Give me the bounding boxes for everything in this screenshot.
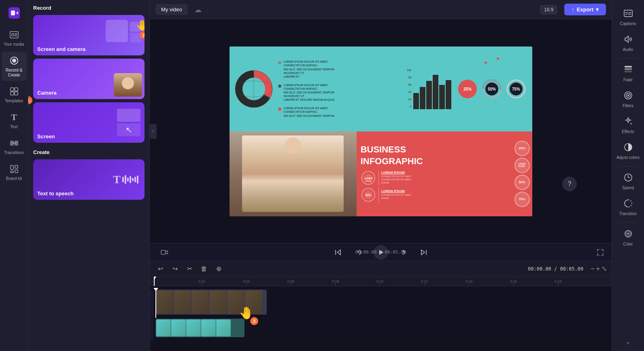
camera-card[interactable]: Camera [33, 59, 145, 99]
right-panel-scroll-down[interactable]: ▾ [627, 340, 629, 346]
transitions-icon [9, 137, 20, 149]
svg-point-4 [12, 34, 14, 36]
divider-3 [618, 222, 638, 223]
vid-thumb-3 [192, 290, 209, 314]
fade-label: Fade [623, 78, 633, 82]
lorem-label-underline-2: LOREM IPSUM/ CONSECTETUR SIT AMETIPSUM [381, 189, 508, 200]
playhead-triangle [154, 277, 156, 280]
sidebar-item-brand-kit[interactable]: Brand kit [2, 160, 27, 184]
svg-rect-16 [11, 165, 13, 169]
redo-button[interactable]: ↪ [169, 263, 181, 275]
vid-thumb-5 [227, 290, 244, 314]
fullscreen-button[interactable] [594, 246, 607, 259]
filters-tool[interactable]: Filters [614, 87, 643, 112]
video-clip[interactable] [155, 290, 267, 315]
screen-and-camera-card[interactable]: Screen and camera 🤚 2 [33, 15, 145, 55]
ruler-tick-14 [469, 283, 469, 286]
timeline-ruler: 0:02 0:04 0:06 0:08 0:10 [150, 277, 612, 286]
cloud-save-icon[interactable]: ☁ [194, 5, 202, 14]
logo-icon[interactable] [2, 4, 27, 22]
record-cards-grid: Screen and camera 🤚 2 Camera ↖ Screen [33, 15, 145, 143]
speed-tool[interactable]: Speed [614, 169, 643, 194]
svg-rect-18 [15, 170, 18, 173]
vid-thumb-1 [156, 290, 173, 314]
audio-label: Audio [623, 47, 633, 52]
screen-card[interactable]: ↖ Screen [33, 102, 145, 143]
sidebar-item-text[interactable]: T Text [2, 108, 27, 133]
ruler-label-18: 0:18 [555, 279, 562, 283]
effects-icon [624, 117, 633, 128]
zoom-in-button[interactable]: + [596, 265, 600, 273]
svg-rect-52 [625, 68, 632, 70]
help-button[interactable]: ? [562, 177, 577, 191]
info-thumb-1 [156, 319, 171, 336]
audio-tool[interactable]: Audio [614, 31, 643, 56]
playback-controls: 00:00.00 / 00:05.00 [150, 243, 612, 261]
zoom-out-button[interactable]: − [591, 265, 594, 273]
head [285, 137, 301, 154]
y-axis: 100 80 60 40 20 0 [407, 69, 412, 109]
sidebar-item-templates[interactable]: Templates [2, 82, 27, 107]
bar-2 [420, 87, 425, 109]
aspect-ratio-badge[interactable]: 16:9 [540, 5, 557, 14]
transition-icon [624, 199, 633, 210]
panel-toggle-button[interactable]: ‹ [150, 124, 157, 139]
woman-figure [242, 135, 344, 212]
circle-50: 50% [481, 78, 502, 99]
effects-tool[interactable]: Effects [614, 113, 643, 138]
sidebar-item-label-text: Text [10, 125, 17, 129]
screen-and-camera-label: Screen and camera [37, 46, 85, 52]
track-side-2 [150, 319, 154, 340]
icon-bar: Your media Record & Create Templates T T… [0, 0, 28, 351]
svg-rect-15 [15, 141, 18, 146]
info-clip[interactable] [155, 319, 244, 337]
zoom-fit-button[interactable]: ⤡ [601, 265, 607, 273]
brc-item-2: LOREMIPSUM [514, 158, 530, 173]
time-display: 00:00.00 / 00:05.00 [355, 250, 406, 255]
transition-tool[interactable]: Transition [614, 195, 643, 220]
circle-row-1: 25% 50% [457, 78, 527, 99]
logo-symbol [9, 7, 20, 19]
fade-tool[interactable]: Fade [614, 61, 643, 86]
adjust-colors-tool[interactable]: Adjust colors [614, 139, 643, 164]
ruler-playhead [154, 277, 155, 286]
sidebar-item-label-record: Record & Create [3, 68, 25, 78]
divider [378, 170, 379, 186]
audio-icon [624, 35, 633, 46]
video-title-tab[interactable]: My video [155, 4, 188, 15]
text-to-speech-card[interactable]: T Text to speech [33, 159, 145, 200]
bar-chart: 100 80 60 40 20 0 [407, 69, 451, 109]
divider-2 [378, 187, 379, 203]
brc-item-1: 25% [514, 141, 530, 156]
captions-tool[interactable]: Captions [614, 5, 643, 30]
lorem-line-1: LOREM IPSUM DOLOR SIT AMET, CONSECTETUR … [284, 60, 349, 78]
dot-1 [278, 61, 281, 64]
circle-25: 25% [457, 78, 478, 99]
sidebar-item-your-media[interactable]: Your media [2, 26, 27, 50]
bar-3 [426, 81, 432, 109]
skip-forward-button[interactable] [417, 246, 430, 259]
skip-back-button[interactable] [332, 246, 344, 259]
card-decoration [106, 20, 141, 42]
bars [413, 73, 451, 109]
add-clip-button[interactable]: ⊕ [213, 263, 224, 275]
undo-button[interactable]: ↩ [155, 263, 166, 275]
timeline-toolbar: ↩ ↪ ✂ 🗑 ⊕ 00:00.00 / 00:05.00 − + ⤡ [150, 261, 612, 277]
timeline-area: ↩ ↪ ✂ 🗑 ⊕ 00:00.00 / 00:05.00 − + ⤡ 0:02 [150, 261, 612, 351]
lorem-row-1: LOREM IPSUM LOREM IPSUM/ CONSECTETUR SIT… [361, 170, 508, 186]
cursor-arrow: ↖ [125, 125, 132, 135]
infographic-track-row [150, 319, 612, 340]
svg-point-63 [627, 233, 629, 235]
ruler-mark-16: 0:16 [510, 279, 517, 286]
transition-label: Transition [619, 211, 637, 216]
sidebar-item-record[interactable]: Record & Create [2, 52, 27, 81]
sidebar-item-transitions[interactable]: Transitions [2, 134, 27, 159]
camera-toggle-button[interactable] [158, 246, 171, 259]
brc-25: 25% [514, 141, 530, 156]
export-button[interactable]: ↑ Export ▾ [564, 4, 606, 15]
cut-button[interactable]: ✂ [184, 263, 195, 275]
info-thumb-5 [216, 319, 231, 336]
main-area: My video ☁ 16:9 ↑ Export ▾ ‹ [150, 0, 612, 351]
color-tool[interactable]: Color [614, 225, 643, 250]
delete-button[interactable]: 🗑 [198, 263, 210, 275]
